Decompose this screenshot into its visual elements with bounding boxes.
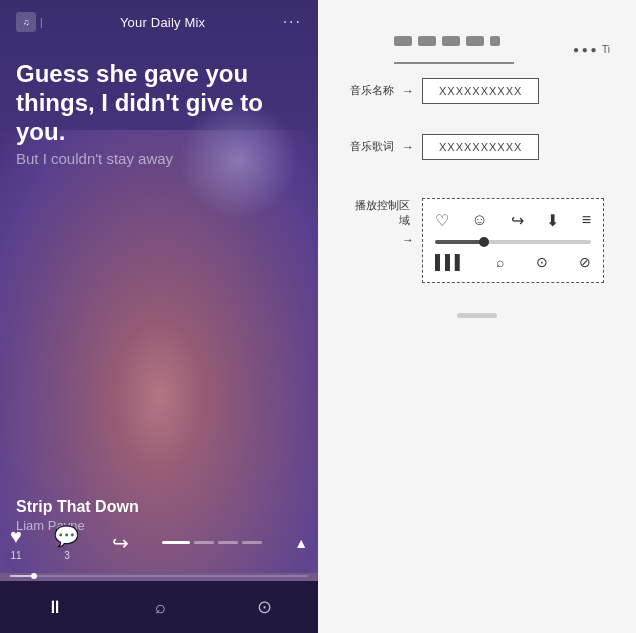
like-count: 11 bbox=[10, 550, 21, 561]
progress-bar-row bbox=[10, 575, 308, 577]
profile-nav-icon: ⊙ bbox=[257, 596, 272, 618]
like-button[interactable]: ♥ 11 bbox=[10, 525, 22, 561]
controls-dashed-box: ♡ ☺ ↪ ⬇ ≡ ▌▌▌ ⌕ ⊙ ⊘ bbox=[422, 198, 604, 283]
equalizer-icon[interactable]: ▌▌▌ bbox=[435, 254, 465, 270]
progress-track[interactable] bbox=[10, 575, 308, 577]
search-nav-button[interactable]: ⌕ bbox=[155, 597, 166, 618]
top-dot-3 bbox=[442, 36, 460, 46]
pause-icon: ⏸ bbox=[46, 597, 64, 618]
right-panel: ● ● ● Ti 音乐名称 → XXXXXXXXXX 音乐歌词 → XXXXXX… bbox=[318, 0, 636, 633]
controls-arrow: → bbox=[402, 233, 414, 247]
share-icon: ↪ bbox=[112, 531, 129, 555]
left-panel: ♫ | Your Daily Mix ··· Guess she gave yo… bbox=[0, 0, 318, 633]
music-name-label: 音乐名称 bbox=[334, 83, 394, 98]
music-lyrics-box: XXXXXXXXXX bbox=[422, 134, 539, 160]
top-dot-5 bbox=[490, 36, 500, 46]
pause-button[interactable]: ⏸ bbox=[46, 597, 64, 618]
search-nav-icon: ⌕ bbox=[155, 597, 166, 618]
more-options-icon[interactable]: ··· bbox=[283, 13, 302, 31]
user-ctrl-icon[interactable]: ⊘ bbox=[579, 254, 591, 270]
dot-3 bbox=[218, 541, 238, 544]
slider-handle bbox=[479, 237, 489, 247]
top-dots-row bbox=[394, 36, 500, 46]
arrow-1: → bbox=[402, 84, 422, 98]
music-name-row: 音乐名称 → XXXXXXXXXX bbox=[334, 78, 620, 104]
music-lyrics-row: 音乐歌词 → XXXXXXXXXX bbox=[334, 134, 620, 160]
progress-indicators bbox=[162, 541, 262, 544]
right-label: ● ● ● Ti bbox=[573, 44, 610, 55]
music-lyrics-label: 音乐歌词 bbox=[334, 139, 394, 154]
bottom-indicator bbox=[457, 313, 497, 318]
download-ctrl-icon[interactable]: ⬇ bbox=[546, 211, 559, 230]
diagram-container: ● ● ● Ti 音乐名称 → XXXXXXXXXX 音乐歌词 → XXXXXX… bbox=[334, 16, 620, 617]
controls-section: 播放控制区域 → ♡ ☺ ↪ ⬇ ≡ ▌▌▌ bbox=[334, 198, 620, 283]
slider-fill bbox=[435, 240, 482, 244]
top-dot-1 bbox=[394, 36, 412, 46]
heart-ctrl-icon[interactable]: ♡ bbox=[435, 211, 449, 230]
controls-bottom-row: ▌▌▌ ⌕ ⊙ ⊘ bbox=[435, 254, 591, 270]
dot-4 bbox=[242, 541, 262, 544]
header-left: ♫ | bbox=[16, 12, 43, 32]
lyrics-line1: Guess she gave you things, I didn't give… bbox=[16, 60, 302, 146]
headphones-icon[interactable]: ⊙ bbox=[536, 254, 548, 270]
comment-button[interactable]: 💬 3 bbox=[54, 524, 79, 561]
scroll-up-icon[interactable]: ▲ bbox=[294, 535, 308, 551]
header-title: Your Daily Mix bbox=[120, 15, 205, 30]
heart-icon: ♥ bbox=[10, 525, 22, 548]
header-divider: | bbox=[40, 17, 43, 28]
arrow-2: → bbox=[402, 140, 422, 154]
profile-nav-button[interactable]: ⊙ bbox=[257, 596, 272, 618]
controls-label: 播放控制区域 bbox=[350, 198, 410, 228]
lyrics-main: Guess she gave you things, I didn't give… bbox=[16, 60, 302, 167]
controls-top-row: ♡ ☺ ↪ ⬇ ≡ bbox=[435, 211, 591, 230]
progress-handle bbox=[31, 573, 37, 579]
comment-count: 3 bbox=[64, 550, 70, 561]
top-dot-2 bbox=[418, 36, 436, 46]
dot-1 bbox=[162, 541, 190, 544]
smiley-ctrl-icon[interactable]: ☺ bbox=[472, 211, 488, 229]
music-icon: ♫ bbox=[16, 12, 36, 32]
chat-icon: 💬 bbox=[54, 524, 79, 548]
dot-2 bbox=[194, 541, 214, 544]
lyrics-line2: But I couldn't stay away bbox=[16, 150, 302, 167]
search-ctrl-icon[interactable]: ⌕ bbox=[496, 254, 504, 270]
bottom-nav: ⏸ ⌕ ⊙ bbox=[0, 581, 318, 633]
progress-fill bbox=[10, 575, 34, 577]
share-button[interactable]: ↪ bbox=[112, 531, 129, 555]
song-title: Strip That Down bbox=[16, 498, 139, 516]
controls-slider[interactable] bbox=[435, 240, 591, 244]
action-row: ♥ 11 💬 3 ↪ ▲ bbox=[10, 524, 308, 561]
forward-ctrl-icon[interactable]: ↪ bbox=[511, 211, 524, 230]
music-name-box: XXXXXXXXXX bbox=[422, 78, 539, 104]
top-dot-4 bbox=[466, 36, 484, 46]
app-header: ♫ | Your Daily Mix ··· bbox=[0, 0, 318, 44]
horizontal-line-top bbox=[394, 62, 514, 64]
menu-ctrl-icon[interactable]: ≡ bbox=[582, 211, 591, 229]
